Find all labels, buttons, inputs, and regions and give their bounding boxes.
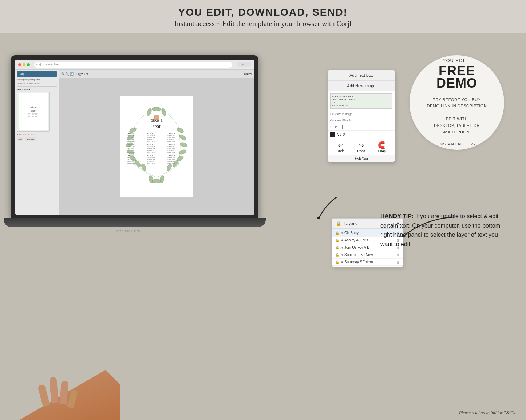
layer-type-indicator: A	[341, 260, 343, 264]
size-controls: H	[328, 124, 395, 131]
snap-button[interactable]: 🧲 Snap	[378, 141, 386, 153]
browser-dot-green	[27, 63, 30, 66]
editor-sidebar: Corjl HoorayPartyTemplates Order Id: 150…	[15, 70, 59, 215]
browser-dot-red	[18, 63, 21, 66]
banner-subline: Instant access ~ Edit the template in yo…	[7, 20, 519, 28]
layer-lock-icon: 🔒	[335, 253, 339, 257]
add-text-box-button[interactable]: Add Text Box	[328, 70, 395, 81]
corjl-side-panel: Add Text Box Add New Image PLEASE JOIN U…	[328, 70, 395, 162]
color-swatch[interactable]	[330, 132, 335, 137]
height-input[interactable]	[334, 125, 343, 129]
bottom-note: Please read ad in full for T&C's	[459, 410, 515, 416]
template-name: best friend ♦	[17, 88, 57, 91]
font-controls: Garamond Regular	[328, 117, 395, 124]
editor-main: 🔍 🔍 🔄 Page: 1 of 1 Orders	[59, 70, 254, 215]
layer-lock-icon: 🔒	[335, 239, 339, 242]
layer-lock-icon: 🔒	[335, 246, 339, 249]
handy-tip-section: HANDY TIP: If you are unable to select &…	[380, 212, 504, 249]
download-btn[interactable]: Download	[25, 137, 36, 141]
chart-col-7: TABLE 7 JAMES JAMJOHN JOHNSARAH SAMARY M…	[127, 155, 146, 164]
laptop-screen: corjl.com/templates ⚙ ☆ Corjl HoorayPart…	[15, 60, 254, 215]
corjl-logo: Corjl	[17, 71, 57, 77]
demo-demo-label: DEMO	[436, 76, 477, 91]
redo-button[interactable]: ↪ Redo	[357, 141, 365, 153]
chart-col-2: TABLE 2 JAMES JAMJOHN JOHNSARAH SAMARY M…	[147, 133, 166, 142]
demo-you-edit-label: YOU EDIT !	[443, 58, 471, 63]
layer-type-indicator: A	[341, 239, 343, 242]
layer-name-supinos: Supinos 250 New	[344, 253, 395, 257]
chart-col-5: TABLE 5 JAMES JAMJOHN JOHNSARAH SAMARY M…	[147, 144, 166, 153]
banner-headline: YOU EDIT, DOWNLOAD, SEND!	[7, 7, 519, 18]
toolbar-orders[interactable]: Orders	[244, 72, 252, 76]
chart-col-3: TABLE 3 JAMES JAMJOHN JOHNSARAH SAMARY M…	[167, 133, 186, 142]
free-demo-circle: YOU EDIT ! FREE DEMO TRY BEFORE YOU BUY …	[410, 55, 504, 150]
editor-toolbar: 🔍 🔍 🔄 Page: 1 of 1 Orders	[59, 70, 254, 79]
layer-lock-icon: 🔒	[335, 260, 339, 264]
editor-canvas-area[interactable]: take aseat TABLE 1 JAMES JAMJOHN JOHNSAR…	[59, 79, 254, 215]
seating-chart-inner: take aseat TABLE 1 JAMES JAMJOHN JOHNSAR…	[120, 96, 193, 197]
toolbar-page: Page: 1 of 1	[76, 72, 90, 76]
layer-delete-icon[interactable]: 🗑	[396, 260, 400, 264]
arrow-panel-to-layers	[308, 193, 344, 223]
layer-type-indicator: A	[341, 231, 343, 235]
layer-item-supinos[interactable]: 🔒 A Supinos 250 New 🗑	[332, 251, 403, 259]
sidebar-brand: HoorayPartyTemplates	[17, 78, 57, 81]
browser-dot-yellow	[23, 63, 25, 66]
format-controls: A I U	[328, 131, 395, 139]
order-id: Order Id: 1509758194	[17, 82, 57, 85]
handy-tip-label: HANDY TIP:	[380, 213, 414, 219]
status-incomplete: ● INCOMPLETE	[17, 133, 57, 136]
top-banner: YOU EDIT, DOWNLOAD, SEND! Instant access…	[0, 0, 526, 33]
template-thumbnail: take aseat TBL 1AAABBB TBL 2CCCDDD TBL 3…	[17, 92, 50, 132]
layer-type-indicator: A	[341, 246, 343, 249]
seating-chart-document: take aseat TABLE 1 JAMES JAMJOHN JOHNSAR…	[120, 96, 193, 197]
style-text-label: Style Text	[328, 155, 395, 162]
demo-instant-access: INSTANT ACCESS	[439, 141, 475, 147]
laptop-frame: corjl.com/templates ⚙ ☆ Corjl HoorayPart…	[11, 55, 258, 219]
layer-type-indicator: A	[341, 253, 343, 257]
add-new-image-button[interactable]: Add New Image	[328, 81, 395, 91]
layer-delete-icon[interactable]: 🗑	[396, 253, 400, 257]
editor-content: Corjl HoorayPartyTemplates Order Id: 150…	[15, 70, 254, 215]
laptop-container: corjl.com/templates ⚙ ☆ Corjl HoorayPart…	[11, 55, 273, 383]
browser-actions: ⚙ ☆	[237, 62, 251, 67]
layer-lock-icon: 🔒	[335, 231, 339, 235]
demo-try-label: TRY BEFORE YOU BUY DEMO LINK IN DESCRIPT…	[427, 97, 487, 109]
laptop-base	[4, 218, 266, 227]
browser-bar: corjl.com/templates ⚙ ☆	[15, 60, 254, 70]
hand-illustration	[18, 355, 120, 420]
macbook-pro-label: MacBook Pro	[116, 229, 140, 233]
chart-tables: TABLE 1 JAMES JAMJOHN JOHNSARAH SAMARY M…	[124, 133, 189, 164]
demo-edit-with-label: EDIT WITH DESKTOP, TABLET OR SMART PHONE	[434, 116, 480, 135]
chart-col-6: TABLE 6 JAMES JAMJOHN JOHNSARAH SAMARY M…	[167, 144, 186, 153]
undo-button[interactable]: ↩ Undo	[337, 141, 345, 153]
chart-col-1: TABLE 1 JAMES JAMJOHN JOHNSARAH SAMARY M…	[127, 133, 146, 142]
layer-item-saturday[interactable]: 🔒 A Saturday SEptem 🗑	[332, 259, 403, 266]
toolbar-zoom: 🔍 🔍 🔄	[61, 72, 74, 76]
layer-name-saturday: Saturday SEptem	[344, 260, 395, 264]
chart-col-9: TABLE 9 JAMES JAMJOHN JOHNSARAH SAMARY M…	[167, 155, 186, 164]
resize-image-option: ☐ Resize as image	[328, 111, 395, 117]
action-buttons: Save Download	[17, 137, 57, 141]
chart-title: take aseat	[150, 117, 162, 130]
chart-col-8: TABLE 8 JAMES JAMJOHN JOHNSARAH SAMARY M…	[147, 155, 166, 164]
browser-url-bar[interactable]: corjl.com/templates	[34, 62, 232, 68]
chart-col-4: TABLE 4 JAMES JAMJOHN JOHNSARAH SAMARY M…	[127, 144, 146, 153]
save-btn[interactable]: Save	[17, 137, 23, 141]
text-preview: PLEASE JOIN US FON A BRIDAL BRUNCHIN HON…	[330, 93, 392, 109]
main-area: corjl.com/templates ⚙ ☆ Corjl HoorayPart…	[0, 33, 526, 420]
undo-redo-snap-controls: ↩ Undo ↪ Redo 🧲 Snap	[328, 139, 395, 155]
